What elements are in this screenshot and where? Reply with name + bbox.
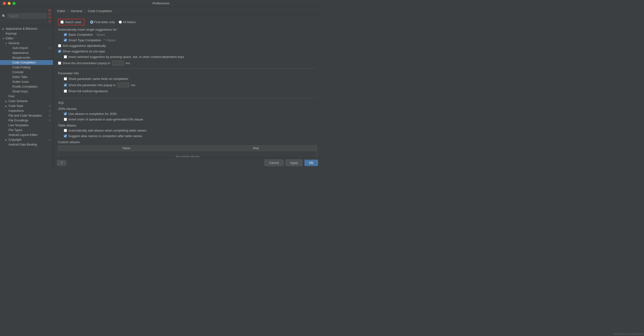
show-doc-popup-label[interactable]: Show the documentation popup in xyxy=(58,61,110,65)
match-case-radio-group: First letter only All letters xyxy=(89,21,136,24)
show-param-hints-checkbox[interactable] xyxy=(64,77,67,80)
sidebar-item-live-templates[interactable]: Live Templates xyxy=(0,123,53,128)
first-letter-only-radio[interactable] xyxy=(90,20,93,24)
sql-section: SQL JOIN clauses Use aliases in completi… xyxy=(58,101,317,157)
sidebar-item-color-scheme[interactable]: Color Scheme xyxy=(0,99,53,104)
sidebar-item-copyright[interactable]: Copyright ⚙ xyxy=(0,137,53,142)
sidebar-item-label: File and Code Templates xyxy=(8,114,42,117)
sidebar-item-appearance-behavior[interactable]: Appearance & Behavior xyxy=(0,26,53,31)
sidebar-item-appearance[interactable]: Appearance xyxy=(0,50,53,55)
search-hint: 数据绑定 xyxy=(48,9,51,23)
show-param-popup-label[interactable]: Show the parameter info popup in xyxy=(64,83,116,87)
separator-2 xyxy=(58,98,317,98)
cancel-button[interactable]: Cancel xyxy=(264,160,283,166)
table-aliases-label: Table aliases xyxy=(58,124,317,127)
sidebar-item-inspections[interactable]: Inspections ⚙ xyxy=(0,108,53,113)
auto-add-aliases-label[interactable]: Automatically add aliases when completin… xyxy=(64,129,146,132)
basic-completion-checkbox[interactable] xyxy=(64,33,67,36)
sidebar-item-file-encodings[interactable]: File Encodings ⚙ xyxy=(0,118,53,123)
parameter-info-options: Show parameter name hints on completion … xyxy=(58,77,317,93)
basic-completion-label[interactable]: Basic Completion ^Space xyxy=(64,33,105,36)
close-button[interactable] xyxy=(3,2,6,5)
insert-by-space-checkbox[interactable] xyxy=(64,55,67,58)
show-doc-popup-checkbox[interactable] xyxy=(58,62,61,65)
sidebar-item-file-code-templates[interactable]: File and Code Templates ⚙ xyxy=(0,113,53,118)
show-param-popup-checkbox[interactable] xyxy=(64,84,67,87)
insert-by-space-label[interactable]: Insert selected suggestion by pressing s… xyxy=(64,55,184,59)
first-letter-only-label[interactable]: First letter only xyxy=(90,20,115,24)
sidebar-item-font[interactable]: Font xyxy=(0,94,53,99)
sidebar-item-gutter-icons[interactable]: Gutter Icons xyxy=(0,79,53,84)
match-case-row: Match case: xyxy=(58,19,84,25)
sidebar-item-auto-import[interactable]: Auto Import ⚙ xyxy=(0,46,53,50)
show-param-hints-label[interactable]: Show parameter name hints on completion xyxy=(64,77,128,81)
expand-icon xyxy=(5,42,8,45)
invert-order-checkbox[interactable] xyxy=(64,118,67,121)
smart-type-completion-label[interactable]: Smart Type Completion ^⇧Space xyxy=(64,38,116,42)
sidebar-item-general[interactable]: General xyxy=(0,41,53,46)
titlebar: Preferences xyxy=(0,0,322,7)
sidebar-item-console[interactable]: Console xyxy=(0,70,53,75)
match-case-label[interactable]: Match case: xyxy=(60,20,82,24)
sidebar-item-label: Postfix Completion xyxy=(12,85,38,88)
search-input[interactable] xyxy=(7,13,47,18)
join-clauses-label: JOIN clauses xyxy=(58,107,317,111)
sidebar-item-label: Color Scheme xyxy=(8,99,28,103)
all-letters-label[interactable]: All letters xyxy=(119,20,136,24)
sidebar-item-android-data-binding[interactable]: Android Data Binding xyxy=(0,142,53,147)
sidebar-item-android-layout-editor[interactable]: Android Layout Editor xyxy=(0,133,53,137)
show-doc-popup-text: Show the documentation popup in xyxy=(62,61,110,65)
breadcrumb-part-editor: Editor xyxy=(57,9,65,13)
minimize-button[interactable] xyxy=(8,2,11,5)
sidebar-item-code-style[interactable]: Code Style ⚙ xyxy=(0,104,53,108)
first-letter-only-text: First letter only xyxy=(94,20,115,24)
basic-completion-shortcut: ^Space xyxy=(95,33,105,36)
help-button[interactable]: ? xyxy=(57,160,66,166)
apply-button[interactable]: Apply xyxy=(286,160,303,166)
suggest-alias-checkbox[interactable] xyxy=(64,135,67,138)
suggest-alias-text: Suggest alias names in completion after … xyxy=(68,134,142,138)
show-full-signatures-text: Show full method signatures xyxy=(68,89,108,93)
sidebar-item-label: Android Layout Editor xyxy=(8,133,38,137)
auto-add-aliases-checkbox[interactable] xyxy=(64,129,67,132)
ok-button[interactable]: OK xyxy=(304,160,318,166)
maximize-button[interactable] xyxy=(12,2,16,5)
sidebar-item-breadcrumbs[interactable]: Breadcrumbs xyxy=(0,55,53,60)
sort-alphabetically-checkbox[interactable] xyxy=(58,44,61,47)
use-aliases-checkbox[interactable] xyxy=(64,112,67,115)
sidebar-item-editor-tabs[interactable]: Editor Tabs xyxy=(0,75,53,79)
show-as-you-type-label[interactable]: Show suggestions as you type xyxy=(58,49,105,53)
sidebar-item-keymap[interactable]: Keymap xyxy=(0,31,53,36)
sidebar-item-smart-keys[interactable]: Smart Keys xyxy=(0,89,53,94)
use-aliases-row: Use aliases in completion for JOIN xyxy=(64,112,317,116)
use-aliases-label[interactable]: Use aliases in completion for JOIN xyxy=(64,112,116,116)
expand-icon xyxy=(5,138,8,141)
sidebar-item-label: General xyxy=(8,41,19,45)
invert-order-label[interactable]: Invert order of operands in auto-generat… xyxy=(64,118,143,121)
show-as-you-type-checkbox[interactable] xyxy=(58,50,61,53)
all-letters-radio[interactable] xyxy=(119,20,122,24)
match-case-checkbox[interactable] xyxy=(60,20,64,24)
bottom-bar: ? Cancel Apply OK xyxy=(53,157,322,168)
show-param-popup-text: Show the parameter info popup in xyxy=(68,83,116,87)
sidebar-item-postfix-completion[interactable]: Postfix Completion xyxy=(0,84,53,89)
insert-by-space-text: Insert selected suggestion by pressing s… xyxy=(68,55,184,59)
smart-type-completion-row: Smart Type Completion ^⇧Space xyxy=(64,38,317,42)
sidebar-item-label: Console xyxy=(12,70,24,74)
suggest-alias-label[interactable]: Suggest alias names in completion after … xyxy=(64,134,142,138)
sidebar-item-editor[interactable]: Editor xyxy=(0,36,53,41)
sidebar-item-file-types[interactable]: File Types xyxy=(0,128,53,133)
sidebar-item-code-completion[interactable]: Code Completion xyxy=(0,60,53,65)
show-param-popup-value[interactable]: 1000 xyxy=(118,83,129,87)
window-title: Preferences xyxy=(152,1,170,5)
show-doc-popup-value[interactable]: 1000 xyxy=(112,61,124,65)
show-as-you-type-text: Show suggestions as you type xyxy=(62,49,105,53)
show-full-signatures-label[interactable]: Show full method signatures xyxy=(64,89,108,93)
sidebar-item-code-folding[interactable]: Code Folding xyxy=(0,65,53,70)
insert-by-space-row: Insert selected suggestion by pressing s… xyxy=(64,55,317,59)
smart-type-completion-checkbox[interactable] xyxy=(64,39,67,42)
show-full-signatures-checkbox[interactable] xyxy=(64,90,67,93)
sort-alphabetically-label[interactable]: Sort suggestions alphabetically xyxy=(58,44,106,47)
sort-alphabetically-text: Sort suggestions alphabetically xyxy=(62,44,106,47)
match-case-text: Match case: xyxy=(65,20,82,24)
